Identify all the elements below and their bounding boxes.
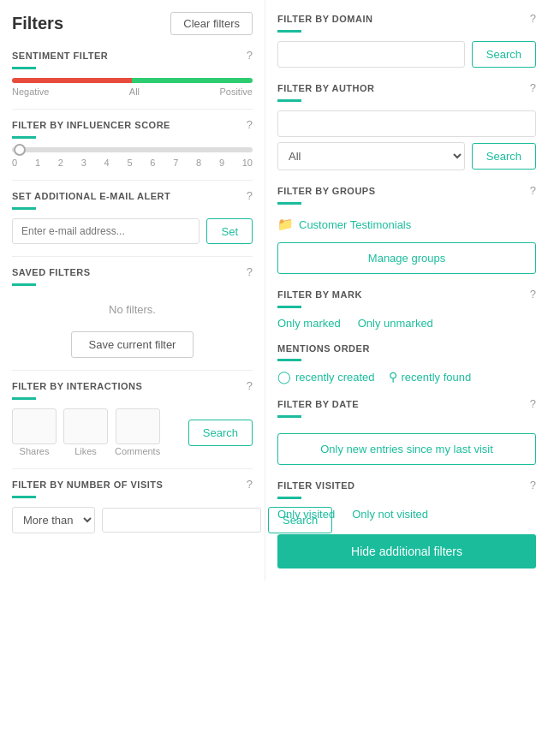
mark-underline bbox=[277, 306, 301, 308]
visits-help-icon[interactable]: ? bbox=[247, 478, 253, 491]
sentiment-slider-labels: Negative All Positive bbox=[12, 86, 253, 97]
saved-filters-help-icon[interactable]: ? bbox=[247, 265, 253, 278]
email-alert-title: SET ADDITIONAL E-MAIL ALERT bbox=[12, 191, 170, 201]
saved-filters-section: SAVED FILTERS ? No filters. Save current… bbox=[12, 265, 253, 358]
influencer-label-10: 10 bbox=[242, 158, 253, 168]
only-visited-option[interactable]: Only visited bbox=[277, 508, 335, 521]
mark-header: FILTER BY MARK ? bbox=[277, 288, 536, 301]
interactions-header: FILTER BY INTERACTIONS ? bbox=[12, 379, 253, 392]
author-search-button[interactable]: Search bbox=[472, 143, 536, 170]
groups-header: FILTER BY GROUPS ? bbox=[277, 184, 536, 197]
influencer-label-6: 6 bbox=[150, 158, 155, 168]
mentions-row: ◯ recently created ⚲ recently found bbox=[277, 370, 536, 384]
author-input[interactable] bbox=[277, 110, 536, 137]
group-item[interactable]: 📁 Customer Testimonials bbox=[277, 213, 536, 235]
comments-group: Comments bbox=[115, 408, 160, 456]
only-unmarked-option[interactable]: Only unmarked bbox=[358, 317, 433, 330]
influencer-label-5: 5 bbox=[127, 158, 132, 168]
visited-header: FILTER VISITED ? bbox=[277, 479, 536, 491]
domain-section: FILTER BY DOMAIN ? Search bbox=[277, 12, 536, 68]
only-not-visited-option[interactable]: Only not visited bbox=[352, 508, 428, 521]
mark-row: Only marked Only unmarked bbox=[277, 317, 536, 330]
right-panel: FILTER BY DOMAIN ? Search FILTER BY AUTH… bbox=[265, 0, 548, 580]
mentions-section: MENTIONS ORDER ◯ recently created ⚲ rece… bbox=[277, 343, 536, 384]
mark-help-icon[interactable]: ? bbox=[530, 288, 536, 301]
date-help-icon[interactable]: ? bbox=[530, 397, 536, 410]
influencer-label-1: 1 bbox=[35, 158, 40, 168]
domain-search-button[interactable]: Search bbox=[472, 41, 536, 68]
email-row: Set bbox=[12, 218, 253, 244]
interactions-search-button[interactable]: Search bbox=[188, 420, 253, 446]
manage-groups-button[interactable]: Manage groups bbox=[277, 242, 536, 274]
set-button[interactable]: Set bbox=[206, 218, 253, 244]
author-row: All Author Source Search bbox=[277, 110, 536, 170]
saved-filters-underline bbox=[12, 283, 36, 286]
date-header: FILTER BY DATE ? bbox=[277, 397, 536, 410]
mentions-header: MENTIONS ORDER bbox=[277, 343, 536, 354]
sentiment-filter-header: SENTIMENT FILTER ? bbox=[12, 49, 253, 62]
groups-help-icon[interactable]: ? bbox=[530, 184, 536, 197]
interactions-section: FILTER BY INTERACTIONS ? Shares Likes Co… bbox=[12, 379, 253, 456]
shares-input[interactable] bbox=[12, 408, 57, 444]
groups-title: FILTER BY GROUPS bbox=[277, 186, 376, 196]
influencer-label-2: 2 bbox=[58, 158, 63, 168]
filters-title: Filters bbox=[12, 14, 63, 33]
date-title: FILTER BY DATE bbox=[277, 399, 359, 409]
visited-title: FILTER VISITED bbox=[277, 480, 355, 491]
hide-additional-filters-button[interactable]: Hide additional filters bbox=[277, 534, 536, 568]
influencer-underline bbox=[12, 136, 36, 139]
save-current-filter-button[interactable]: Save current filter bbox=[71, 331, 194, 358]
email-alert-header: SET ADDITIONAL E-MAIL ALERT ? bbox=[12, 189, 253, 202]
visits-header: FILTER BY NUMBER OF VISITS ? bbox=[12, 478, 253, 491]
author-bottom-row: All Author Source Search bbox=[277, 142, 536, 170]
comments-input[interactable] bbox=[116, 408, 160, 444]
likes-input[interactable] bbox=[63, 408, 108, 444]
saved-filters-title: SAVED FILTERS bbox=[12, 267, 91, 277]
sentiment-help-icon[interactable]: ? bbox=[247, 49, 253, 62]
recently-created-option[interactable]: ◯ recently created bbox=[277, 370, 375, 384]
visits-value-input[interactable] bbox=[102, 508, 261, 533]
visited-row: Only visited Only not visited bbox=[277, 508, 536, 521]
recently-found-icon: ⚲ bbox=[389, 370, 397, 384]
clear-filters-button[interactable]: Clear filters bbox=[170, 12, 253, 35]
influencer-labels: 0 1 2 3 4 5 6 7 8 9 10 bbox=[12, 158, 253, 168]
new-entries-button[interactable]: Only new entries since my last visit bbox=[277, 433, 536, 465]
influencer-score-header: FILTER BY INFLUENCER SCORE ? bbox=[12, 118, 253, 131]
comments-label: Comments bbox=[115, 446, 160, 456]
visits-dropdown[interactable]: More than Less than Equal to bbox=[12, 507, 95, 533]
domain-title: FILTER BY DOMAIN bbox=[277, 14, 372, 24]
sentiment-slider-track bbox=[12, 78, 253, 83]
interactions-row: Shares Likes Comments Search bbox=[12, 408, 253, 456]
only-marked-option[interactable]: Only marked bbox=[277, 317, 341, 330]
influencer-thumb[interactable] bbox=[14, 144, 26, 156]
sentiment-filter-title: SENTIMENT FILTER bbox=[12, 51, 108, 61]
email-alert-help-icon[interactable]: ? bbox=[247, 189, 253, 202]
sentiment-filter-section: SENTIMENT FILTER ? Negative All Positive bbox=[12, 49, 253, 97]
author-header: FILTER BY AUTHOR ? bbox=[277, 81, 536, 94]
mentions-underline bbox=[277, 359, 301, 361]
author-section: FILTER BY AUTHOR ? All Author Source Sea… bbox=[277, 81, 536, 170]
author-dropdown[interactable]: All Author Source bbox=[277, 142, 465, 170]
left-header: Filters Clear filters bbox=[12, 12, 253, 35]
author-underline bbox=[277, 99, 301, 102]
domain-help-icon[interactable]: ? bbox=[530, 12, 536, 25]
influencer-track bbox=[12, 147, 253, 152]
author-help-icon[interactable]: ? bbox=[530, 81, 536, 94]
email-alert-underline bbox=[12, 207, 36, 210]
visited-help-icon[interactable]: ? bbox=[530, 479, 536, 491]
shares-group: Shares bbox=[12, 408, 57, 456]
groups-section: FILTER BY GROUPS ? 📁 Customer Testimonia… bbox=[277, 184, 536, 274]
email-input[interactable] bbox=[12, 218, 200, 244]
domain-input[interactable] bbox=[277, 41, 465, 68]
recently-found-option[interactable]: ⚲ recently found bbox=[389, 370, 472, 384]
group-name: Customer Testimonials bbox=[299, 218, 411, 231]
visits-row: More than Less than Equal to Search bbox=[12, 507, 253, 533]
influencer-label-9: 9 bbox=[219, 158, 224, 168]
interactions-help-icon[interactable]: ? bbox=[247, 379, 253, 392]
sentiment-slider-container: Negative All Positive bbox=[12, 78, 253, 97]
recently-created-icon: ◯ bbox=[277, 370, 291, 384]
influencer-score-section: FILTER BY INFLUENCER SCORE ? 0 1 2 3 4 5… bbox=[12, 118, 253, 168]
influencer-help-icon[interactable]: ? bbox=[247, 118, 253, 131]
label-negative: Negative bbox=[12, 86, 49, 97]
mark-section: FILTER BY MARK ? Only marked Only unmark… bbox=[277, 288, 536, 330]
